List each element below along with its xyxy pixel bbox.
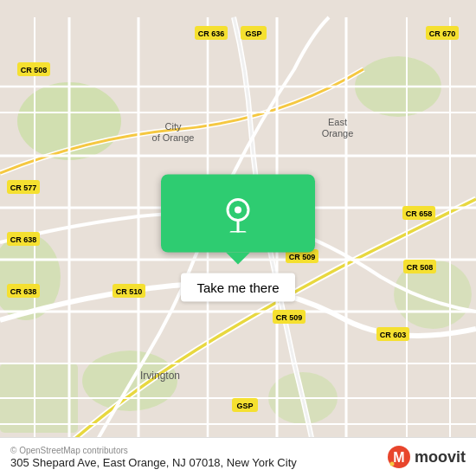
- bottom-left-info: © OpenStreetMap contributors 305 Shepard…: [10, 446, 297, 469]
- svg-text:CR 670: CR 670: [429, 29, 456, 38]
- svg-point-63: [389, 462, 394, 466]
- take-me-there-overlay: Take me there: [161, 175, 315, 302]
- take-me-there-button[interactable]: Take me there: [181, 273, 294, 302]
- svg-text:CR 577: CR 577: [10, 183, 37, 192]
- svg-text:CR 638: CR 638: [10, 287, 37, 296]
- svg-text:East: East: [328, 117, 347, 127]
- moovit-logo: M moovit: [387, 445, 466, 469]
- attribution: © OpenStreetMap contributors: [10, 446, 297, 455]
- moovit-icon: M: [387, 445, 411, 469]
- svg-text:CR 638: CR 638: [10, 235, 37, 244]
- svg-text:CR 658: CR 658: [406, 209, 433, 218]
- attribution-text: © OpenStreetMap contributors: [10, 446, 128, 455]
- svg-text:CR 636: CR 636: [198, 29, 225, 38]
- svg-text:CR 603: CR 603: [380, 331, 407, 339]
- location-pin-box: [161, 175, 315, 253]
- svg-text:Orange: Orange: [322, 128, 354, 138]
- svg-text:of Orange: of Orange: [152, 132, 195, 143]
- bottom-bar: © OpenStreetMap contributors 305 Shepard…: [0, 437, 476, 476]
- svg-text:CR 509: CR 509: [276, 313, 303, 322]
- address: 305 Shepard Ave, East Orange, NJ 07018, …: [10, 456, 297, 469]
- svg-text:M: M: [393, 450, 404, 465]
- svg-text:GSP: GSP: [236, 402, 253, 410]
- moovit-brand-name: moovit: [415, 448, 466, 466]
- svg-text:Irvington: Irvington: [140, 370, 180, 382]
- svg-text:CR 508: CR 508: [407, 263, 434, 272]
- map-container: CR 508 CR 577 CR 638 CR 638 CR 510 CR 63…: [0, 0, 476, 476]
- pin-icon: [219, 195, 257, 233]
- svg-point-59: [235, 207, 241, 214]
- svg-text:GSP: GSP: [245, 29, 261, 38]
- svg-text:CR 508: CR 508: [21, 66, 48, 74]
- svg-text:City: City: [165, 121, 182, 132]
- svg-text:CR 510: CR 510: [116, 287, 143, 296]
